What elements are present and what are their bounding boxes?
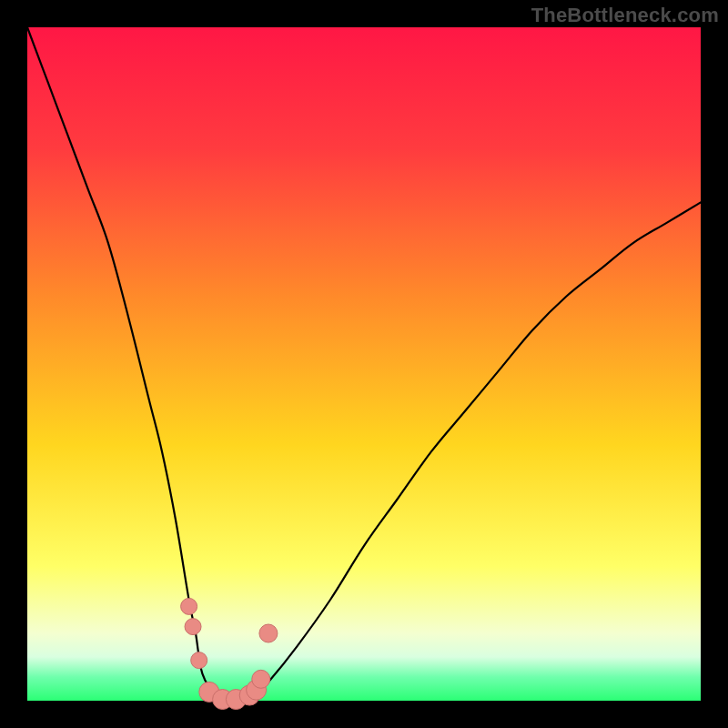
- curve-marker: [252, 670, 270, 688]
- curve-marker: [185, 619, 201, 635]
- curve-marker: [191, 652, 207, 669]
- chart-frame: TheBottleneck.com: [0, 0, 728, 728]
- plot-background: [27, 27, 701, 701]
- curve-marker: [259, 624, 278, 642]
- curve-marker: [181, 598, 197, 614]
- bottleneck-chart: [0, 0, 728, 728]
